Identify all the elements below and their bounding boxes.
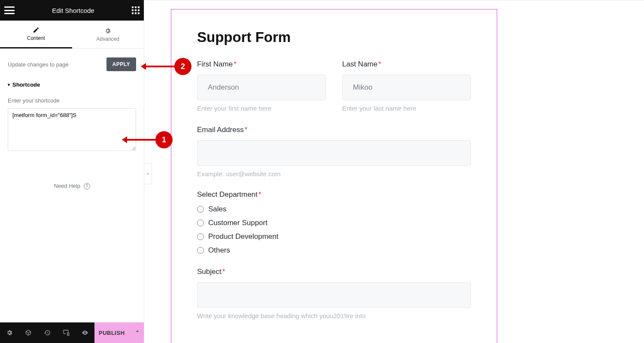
radio-label: Customer Support: [208, 219, 267, 227]
subject-input[interactable]: [197, 282, 471, 308]
publish-label: PUBLISH: [99, 330, 125, 336]
panel-title: Edit Shortcode: [52, 7, 94, 14]
annotation-badge-2: 2: [174, 58, 191, 75]
history-icon[interactable]: [38, 322, 57, 343]
panel-header: Edit Shortcode: [0, 0, 144, 21]
preview-icon[interactable]: [76, 322, 94, 343]
radio-label: Product Development: [208, 232, 278, 241]
shortcode-field-label: Enter your shortcode: [8, 97, 136, 104]
apply-button[interactable]: APPLY: [106, 57, 136, 71]
update-changes-label: Update changes to page: [8, 61, 69, 68]
annotation-arrow-1: [123, 139, 156, 141]
last-name-hint: Enter your last name here: [342, 105, 471, 112]
email-input[interactable]: [197, 140, 471, 166]
department-option[interactable]: Others: [197, 246, 471, 255]
first-name-label: First Name*: [197, 60, 326, 69]
first-name-input[interactable]: [197, 75, 326, 100]
panel-tabs: Content Advanced: [0, 21, 144, 49]
department-option[interactable]: Sales: [197, 205, 471, 214]
subject-label: Subject*: [197, 268, 471, 276]
tab-advanced[interactable]: Advanced: [72, 21, 144, 48]
radio-label: Others: [208, 246, 230, 255]
tab-advanced-label: Advanced: [97, 36, 119, 42]
department-option[interactable]: Customer Support: [197, 219, 471, 227]
department-label: Select Department*: [197, 190, 471, 199]
need-help-label: Need Help: [54, 183, 80, 189]
shortcode-widget-frame[interactable]: Support Form First Name* Enter your firs…: [171, 9, 497, 343]
annotation-badge-1: 1: [155, 131, 173, 148]
email-label: Email Address*: [197, 126, 471, 134]
email-hint: Example: user@website.com: [197, 170, 471, 178]
editor-left-panel: Edit Shortcode Content Advanced Update c…: [0, 0, 144, 343]
menu-icon[interactable]: [4, 6, 15, 14]
radio-input[interactable]: [197, 247, 204, 254]
radio-input[interactable]: [197, 206, 204, 213]
department-option[interactable]: Product Development: [197, 232, 471, 241]
publish-button[interactable]: PUBLISH ⌃: [94, 322, 144, 343]
tab-content-label: Content: [27, 35, 45, 41]
preview-canvas: Support Form First Name* Enter your firs…: [144, 0, 644, 343]
question-icon: ?: [84, 183, 90, 190]
first-name-hint: Enter your first name here: [197, 105, 326, 112]
radio-input[interactable]: [197, 233, 204, 240]
panel-bottom-bar: PUBLISH ⌃: [0, 322, 144, 343]
radio-label: Sales: [208, 205, 227, 214]
gear-icon: [104, 27, 111, 34]
navigator-icon[interactable]: [19, 322, 38, 343]
last-name-label: Last Name*: [342, 60, 471, 69]
settings-icon[interactable]: [0, 322, 19, 343]
responsive-icon[interactable]: [57, 322, 76, 343]
section-shortcode-toggle[interactable]: Shortcode: [8, 81, 136, 88]
panel-body: Update changes to page APPLY Shortcode E…: [0, 49, 144, 322]
section-shortcode-title: Shortcode: [12, 81, 40, 88]
form-title: Support Form: [197, 29, 471, 45]
need-help-link[interactable]: Need Help ?: [8, 183, 136, 190]
widgets-grid-icon[interactable]: [132, 6, 140, 14]
pencil-icon: [33, 27, 39, 33]
shortcode-input[interactable]: [8, 108, 136, 151]
subject-hint: Write your knowledge base heading which …: [197, 312, 471, 319]
tab-content[interactable]: Content: [0, 21, 72, 48]
radio-input[interactable]: [197, 220, 204, 226]
chevron-up-icon: ⌃: [135, 330, 140, 336]
annotation-arrow-2: [142, 66, 175, 67]
last-name-input[interactable]: [342, 75, 471, 100]
